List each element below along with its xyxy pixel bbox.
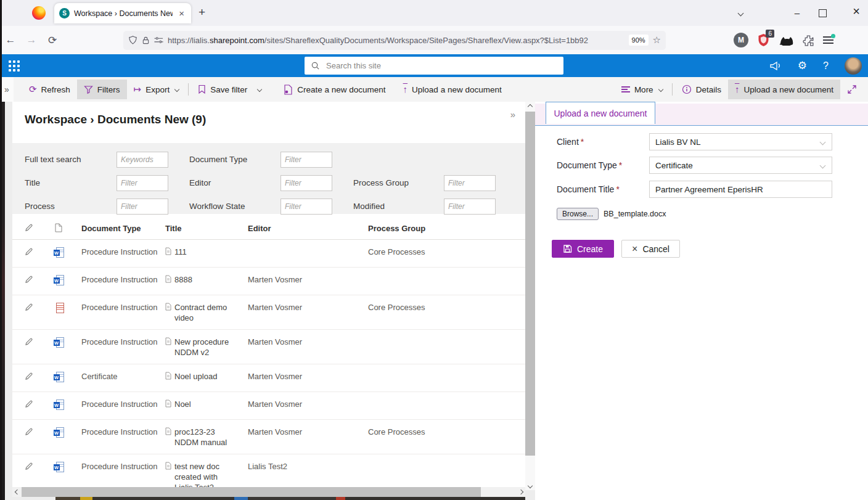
window-minimize-button[interactable]: – [788, 7, 806, 18]
scroll-down-icon[interactable] [525, 481, 535, 490]
browser-navbar: ← → ⟳ https://lialis.sharepoint.com/site… [0, 26, 868, 54]
tab-close-icon[interactable]: × [177, 8, 186, 18]
edit-pencil-icon[interactable] [24, 461, 34, 473]
column-header-title[interactable]: Title [165, 224, 248, 233]
process-group-filter-input[interactable] [444, 175, 496, 191]
edit-pencil-icon[interactable] [24, 247, 34, 259]
megaphone-icon[interactable] [769, 60, 782, 71]
vertical-scrollbar[interactable] [525, 102, 535, 490]
document-title-input[interactable] [655, 185, 826, 194]
details-button[interactable]: Details [675, 80, 728, 99]
user-avatar[interactable] [845, 57, 862, 75]
edit-pencil-icon[interactable] [24, 337, 34, 349]
cell-title[interactable]: 8888 [165, 274, 248, 285]
file-column-page-icon [55, 223, 62, 234]
horizontal-scrollbar-thumb[interactable] [22, 487, 481, 497]
tracking-shield-icon[interactable] [128, 35, 137, 45]
file-upload-row: Browse... BB_template.docx [557, 208, 666, 220]
more-button[interactable]: More [615, 80, 669, 99]
scroll-left-icon[interactable] [12, 490, 22, 494]
bookmark-icon [198, 84, 206, 94]
new-tab-button[interactable]: + [199, 6, 205, 19]
word-file-icon: W [54, 275, 64, 286]
edit-column-pencil-icon [24, 223, 34, 234]
tab-upload-a-new-document[interactable]: Upload a new document [546, 102, 655, 124]
window-close-button[interactable]: × [847, 4, 866, 18]
document-type-filter-input[interactable] [280, 152, 332, 168]
adblock-extension-icon[interactable]: 6 [757, 33, 771, 47]
edit-pencil-icon[interactable] [24, 274, 34, 287]
process-filter-input[interactable] [117, 199, 168, 215]
cell-title[interactable]: test new doc created with Lialis Test2 [165, 461, 248, 487]
container-tab-avatar[interactable]: M [734, 33, 748, 47]
cat-extension-icon[interactable] [779, 35, 794, 46]
save-filter-button[interactable]: Save filter [191, 80, 268, 99]
editor-filter-input[interactable] [280, 175, 332, 191]
site-search-input[interactable] [325, 60, 557, 71]
scroll-up-icon[interactable] [525, 102, 535, 111]
tab-title: Workspace › Documents New [74, 9, 173, 18]
scroll-right-icon[interactable] [516, 490, 525, 494]
cell-process-group: Core Processes [368, 302, 525, 313]
app-launcher-icon[interactable] [9, 60, 20, 72]
modified-filter-input[interactable] [444, 199, 496, 215]
refresh-button[interactable]: ⟳ Refresh [22, 80, 77, 99]
pencil-icon [24, 247, 34, 256]
cell-title[interactable]: Noel [165, 399, 248, 409]
create-button[interactable]: Create [552, 240, 614, 258]
lock-icon[interactable] [142, 36, 150, 45]
edit-pencil-icon[interactable] [24, 371, 34, 383]
tab-list-chevron-icon[interactable] [738, 10, 744, 17]
permissions-icon[interactable] [154, 36, 163, 44]
bookmark-star-icon[interactable]: ☆ [653, 35, 661, 46]
edit-pencil-icon[interactable] [24, 427, 34, 439]
column-header-process-group[interactable]: Process Group [368, 224, 525, 233]
site-search-box[interactable] [305, 57, 563, 75]
browser-tab[interactable]: S Workspace › Documents New × [54, 3, 191, 23]
new-document-icon [284, 84, 293, 95]
client-select[interactable]: Lialis BV NL [649, 133, 832, 150]
browse-button[interactable]: Browse... [557, 208, 599, 220]
upload-document-button[interactable]: ↑ Upload a new document [396, 80, 509, 99]
expand-panel-button[interactable] [840, 80, 868, 99]
edit-pencil-icon[interactable] [24, 399, 34, 411]
window-maximize-button[interactable] [819, 9, 827, 17]
document-glyph-icon [165, 462, 171, 470]
sharepoint-suite-bar: ⚙ ? [0, 54, 868, 77]
cell-title[interactable]: 111 [165, 247, 248, 257]
cell-title[interactable]: proc123-23 NDDM manual [165, 427, 248, 448]
settings-gear-icon[interactable]: ⚙ [798, 59, 807, 72]
document-type-select[interactable]: Certificate [649, 157, 832, 174]
reload-button[interactable]: ⟳ [42, 34, 63, 47]
extensions-puzzle-icon[interactable] [803, 35, 814, 46]
vertical-scrollbar-thumb[interactable] [525, 112, 535, 456]
edit-pencil-icon[interactable] [24, 302, 34, 314]
url-text[interactable]: https://lialis.sharepoint.com/sites/Shar… [168, 36, 624, 45]
url-bar[interactable]: https://lialis.sharepoint.com/sites/Shar… [123, 31, 666, 50]
cell-title[interactable]: New procedure NDDM v2 [165, 337, 248, 358]
column-header-editor[interactable]: Editor [248, 224, 368, 233]
filters-button[interactable]: Filters [77, 80, 127, 99]
full-text-search-input[interactable] [117, 152, 168, 168]
create-document-button[interactable]: Create a new document [277, 80, 392, 99]
cancel-button[interactable]: × Cancel [621, 240, 680, 258]
back-button[interactable]: ← [0, 34, 21, 46]
column-header-document-type[interactable]: Document Type [72, 224, 165, 233]
zoom-level-badge[interactable]: 90% [629, 35, 649, 46]
export-button[interactable]: ↦ Export [127, 80, 186, 99]
collapse-filters-icon[interactable]: » [510, 109, 515, 120]
expand-nav-icon[interactable]: » [0, 77, 14, 102]
workflow-state-filter-input[interactable] [280, 199, 332, 215]
forward-button[interactable]: → [21, 34, 42, 46]
filter-label: Process [25, 199, 55, 215]
upload-document-panel-button[interactable]: ↑ Upload a new document [728, 80, 840, 99]
title-filter-input[interactable] [117, 175, 168, 191]
app-menu-icon[interactable] [823, 36, 833, 44]
cell-title[interactable]: Contract demo video [165, 302, 248, 323]
document-title-field[interactable] [649, 181, 832, 198]
table-row: WProcedure InstructionNew procedure NDDM… [12, 330, 525, 364]
horizontal-scrollbar[interactable] [12, 487, 525, 497]
filter-label: Editor [189, 175, 211, 191]
cell-title[interactable]: Noel upload [165, 371, 248, 382]
help-icon[interactable]: ? [823, 60, 829, 72]
